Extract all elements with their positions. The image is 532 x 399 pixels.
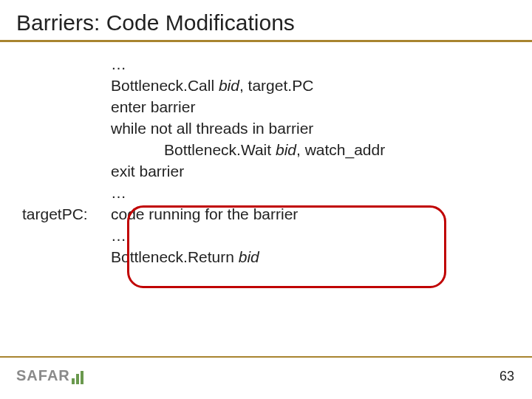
footer-brand: SAFAR	[16, 367, 83, 384]
code-line: Bottleneck.Call bid, target.PC	[111, 77, 313, 95]
code-line: exit barrier	[111, 163, 184, 180]
content-area: … Bottleneck.Call bid, target.PC enter b…	[0, 42, 532, 270]
code-row: Bottleneck.Wait bid, watch_addr	[22, 141, 532, 163]
footer-divider	[0, 356, 532, 358]
code-line: Bottleneck.Wait bid, watch_addr	[111, 141, 385, 159]
code-line: …	[111, 55, 126, 73]
code-row: enter barrier	[22, 98, 532, 120]
code-line: enter barrier	[111, 98, 195, 116]
code-row: while not all threads in barrier	[22, 120, 532, 141]
target-pc-label: targetPC:	[22, 205, 111, 223]
code-row: …	[22, 55, 532, 77]
code-block: … Bottleneck.Call bid, target.PC enter b…	[22, 55, 532, 270]
page-number: 63	[499, 369, 514, 384]
code-row: …	[22, 184, 532, 205]
highlight-callout	[127, 205, 446, 288]
slide-title: Barriers: Code Modifications	[0, 0, 532, 40]
code-line: …	[111, 227, 126, 245]
code-line: …	[111, 184, 126, 202]
code-row: Bottleneck.Call bid, target.PC	[22, 77, 532, 98]
brand-text: SAFAR	[16, 367, 70, 384]
code-row: exit barrier	[22, 163, 532, 184]
brand-logo-icon	[72, 371, 83, 384]
code-line: while not all threads in barrier	[111, 120, 313, 137]
